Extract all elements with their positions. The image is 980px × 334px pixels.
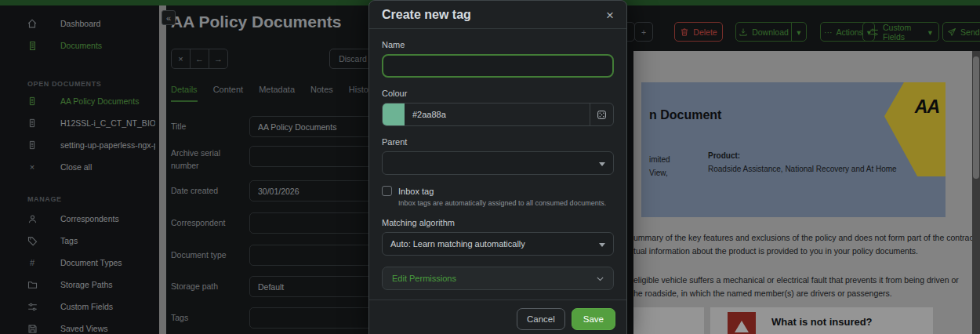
name-label: Name [382, 40, 614, 49]
edit-permissions-accordion[interactable]: Edit Permissions [382, 267, 614, 290]
edit-permissions-label: Edit Permissions [392, 274, 456, 283]
chevron-down-icon [595, 274, 605, 284]
random-colour-button[interactable] [590, 103, 613, 125]
modal-close-button[interactable]: × [606, 9, 614, 22]
inbox-tag-label: Inbox tag [398, 187, 434, 196]
colour-label: Colour [382, 89, 614, 98]
save-button[interactable]: Save [572, 308, 615, 330]
inbox-tag-row: Inbox tag [382, 186, 614, 196]
create-tag-modal: Create new tag × Name Colour #2aa88a Par… [368, 0, 627, 334]
colour-swatch [383, 103, 405, 125]
modal-footer: Cancel Save [369, 300, 626, 334]
app-root: Dashboard Documents OPEN DOCUMENTS AA Po… [0, 0, 980, 334]
tag-name-input[interactable] [382, 54, 614, 78]
matching-algorithm-label: Matching algorithm [382, 218, 614, 227]
modal-title: Create new tag [382, 8, 471, 22]
colour-input-group: #2aa88a [382, 103, 614, 126]
matching-algorithm-value: Auto: Learn matching automatically [390, 239, 525, 249]
modal-header: Create new tag × [369, 1, 626, 29]
dice-icon [597, 110, 607, 120]
cancel-button[interactable]: Cancel [517, 308, 565, 330]
parent-select[interactable] [382, 151, 614, 175]
caret-down-icon [599, 162, 605, 166]
inbox-tag-checkbox[interactable] [382, 186, 392, 196]
inbox-tag-help: Inbox tags are automatically assigned to… [398, 199, 614, 207]
colour-hex-input[interactable]: #2aa88a [405, 103, 590, 125]
modal-body: Name Colour #2aa88a Parent Inbox tag Inb… [369, 29, 626, 290]
matching-algorithm-select[interactable]: Auto: Learn matching automatically [382, 232, 614, 256]
close-icon: × [606, 8, 614, 23]
parent-label: Parent [382, 137, 614, 147]
caret-down-icon [599, 243, 605, 247]
